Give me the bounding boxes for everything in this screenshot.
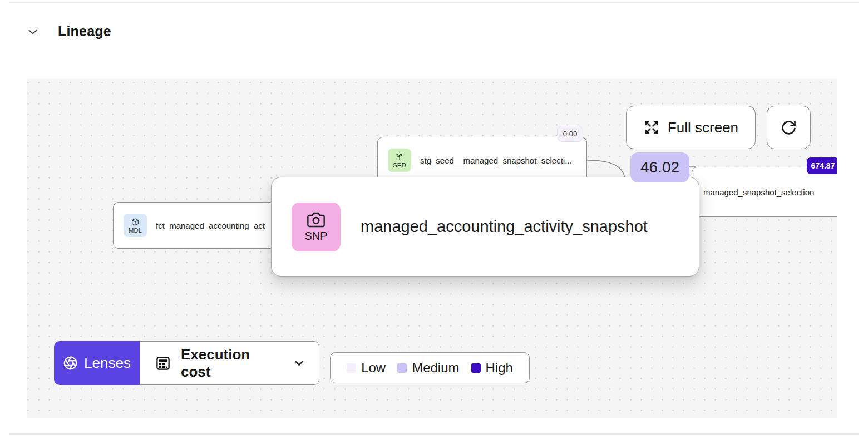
type-badge-label: MDL bbox=[129, 227, 142, 234]
type-badge-label: SED bbox=[393, 162, 406, 169]
page-title: Lineage bbox=[58, 23, 111, 40]
lenses-button[interactable]: Lenses bbox=[54, 341, 140, 385]
top-divider bbox=[9, 2, 859, 3]
cost-badge-low: 0.00 bbox=[557, 126, 583, 142]
seed-type-badge: SED bbox=[388, 149, 411, 172]
node-hover-card-snapshot[interactable]: SNP managed_accounting_activity_snapshot bbox=[271, 177, 699, 277]
camera-icon bbox=[307, 211, 325, 229]
aperture-icon bbox=[63, 356, 78, 371]
hover-card-title: managed_accounting_activity_snapshot bbox=[361, 218, 648, 236]
lens-bar: Lenses Execution cost bbox=[54, 341, 319, 385]
legend-label: Medium bbox=[412, 360, 459, 376]
maximize-icon bbox=[643, 119, 660, 136]
lineage-canvas[interactable]: MDL fct_managed_accounting_act SED stg_s… bbox=[27, 79, 837, 418]
refresh-icon bbox=[780, 119, 798, 137]
chevron-down-icon bbox=[293, 357, 305, 369]
cost-grid-icon bbox=[155, 355, 171, 372]
node-label: stg_seed__managed_snapshot_selecti... bbox=[420, 156, 572, 165]
lineage-section-header: Lineage bbox=[26, 23, 111, 40]
legend-item-medium: Medium bbox=[397, 360, 459, 376]
legend-swatch-medium bbox=[397, 363, 407, 373]
bottom-divider bbox=[9, 433, 859, 435]
cost-badge-high: 674.87 bbox=[807, 157, 837, 174]
lenses-label: Lenses bbox=[84, 354, 131, 372]
cost-badge-medium: 46.02 bbox=[630, 152, 689, 182]
legend-swatch-low bbox=[347, 363, 356, 373]
full-screen-label: Full screen bbox=[668, 119, 738, 136]
node-label: fct_managed_accounting_act bbox=[156, 221, 265, 230]
lens-select-dropdown[interactable]: Execution cost bbox=[140, 341, 319, 385]
model-type-badge: MDL bbox=[124, 214, 147, 237]
selected-lens-label: Execution cost bbox=[181, 346, 283, 381]
legend-item-high: High bbox=[471, 360, 513, 376]
collapse-chevron-icon[interactable] bbox=[26, 24, 40, 39]
snapshot-type-badge: SNP bbox=[292, 203, 341, 251]
legend-label: Low bbox=[361, 360, 386, 376]
node-label: managed_snapshot_selection bbox=[703, 188, 814, 197]
legend-label: High bbox=[486, 360, 513, 376]
cost-legend: Low Medium High bbox=[330, 352, 530, 383]
cube-icon bbox=[131, 218, 140, 226]
type-badge-label: SNP bbox=[304, 230, 327, 243]
legend-swatch-high bbox=[471, 363, 481, 373]
seedling-icon bbox=[395, 152, 404, 161]
refresh-button[interactable] bbox=[767, 106, 811, 149]
full-screen-button[interactable]: Full screen bbox=[626, 106, 756, 149]
legend-item-low: Low bbox=[347, 360, 386, 376]
node-managed-snapshot-selection[interactable]: managed_snapshot_selection bbox=[692, 167, 837, 217]
